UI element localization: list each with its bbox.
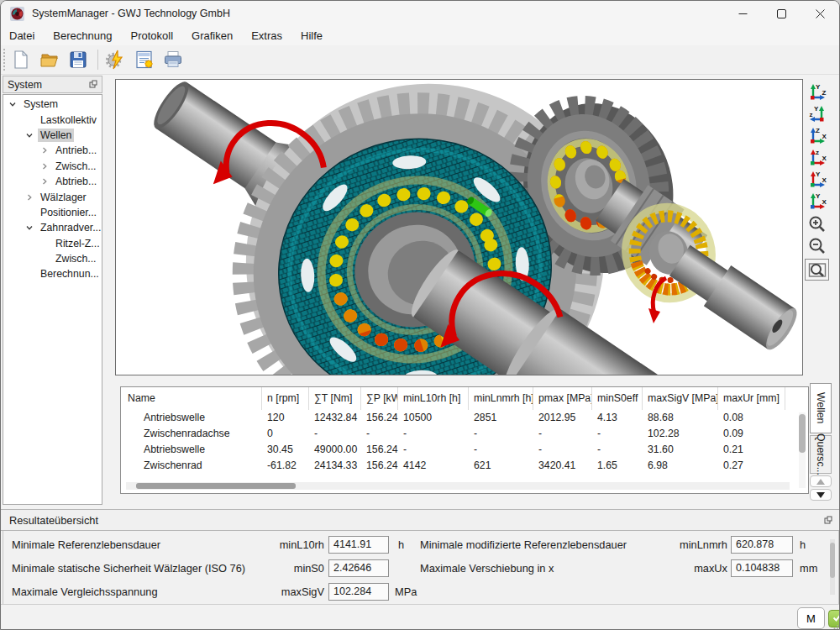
svg-text:Y: Y (814, 105, 819, 113)
tab-wellen[interactable]: Wellen (810, 383, 832, 433)
window-title: SystemManager - GWJ Technology GmbH (32, 8, 230, 19)
open-file-button[interactable] (38, 47, 63, 72)
chevron-right-icon[interactable] (24, 192, 35, 202)
col-power: ∑P [kW] (361, 387, 398, 410)
chevron-down-icon[interactable] (24, 130, 35, 140)
save-button[interactable] (66, 47, 92, 72)
table-horizontal-scrollbar[interactable] (126, 482, 790, 490)
table-row[interactable]: Abtriebswelle30.45 49000.00156.24 -- -- … (121, 442, 808, 458)
menu-grafiken[interactable]: Grafiken (182, 28, 242, 44)
maximize-button[interactable] (762, 1, 801, 26)
result-value-field[interactable]: 102.284 (328, 583, 389, 601)
generate-report-button[interactable] (133, 47, 158, 72)
sidebar-item-system[interactable]: System (3, 97, 102, 112)
toolbar-separator (97, 50, 98, 70)
zoom-in-icon[interactable] (805, 214, 829, 236)
view-left-button[interactable]: Y X (805, 169, 829, 191)
table-row[interactable]: Antriebswelle120 12432.84156.24 10500285… (121, 410, 808, 426)
result-unit: h (398, 538, 404, 551)
svg-text:Y: Y (816, 83, 821, 91)
resize-grip[interactable] (831, 621, 839, 629)
chevron-right-icon[interactable] (39, 161, 50, 171)
col-maxSigV: maxSigV [MPa] (643, 387, 718, 410)
status-bar: M (1, 604, 840, 630)
menu-extras[interactable]: Extras (242, 28, 291, 44)
result-label: Minimale Referenzlebensdauer (12, 538, 160, 551)
table-vertical-scrollbar[interactable] (799, 412, 806, 488)
zoom-out-icon[interactable] (805, 236, 829, 258)
sidebar-item-zahnradverbindungen[interactable]: Zahnradver... (3, 220, 102, 235)
col-minS0eff: minS0eff (592, 387, 643, 410)
table-row[interactable]: Zwischenrad-61.82 24134.33156.24 4142621… (121, 458, 808, 474)
chevron-right-icon[interactable] (39, 176, 50, 186)
table-row[interactable]: Zwischenradachse0 -- -- -- 102.280.09 (121, 426, 808, 442)
float-panel-icon[interactable] (89, 79, 97, 91)
menu-datei[interactable]: Datei (1, 28, 44, 44)
result-label: Maximale Verschiebung in x (420, 562, 554, 575)
result-unit: mm (800, 562, 817, 575)
result-value-field[interactable]: 4141.91 (328, 536, 389, 554)
result-symbol: minL10rh (252, 538, 324, 551)
system-panel-header: System (3, 76, 102, 93)
chevron-down-icon[interactable] (7, 99, 18, 109)
result-value-field[interactable]: 0.104838 (731, 559, 793, 577)
3d-viewport[interactable] (115, 79, 803, 375)
result-value-field[interactable]: 2.42646 (328, 559, 389, 577)
sidebar-item-wellen[interactable]: Wellen (3, 128, 102, 143)
sidebar-item-antriebswelle[interactable]: Antrieb... (3, 143, 102, 158)
sidebar-item-lastkollektiv[interactable]: Lastkollektiv (3, 112, 102, 127)
menu-hilfe[interactable]: Hilfe (291, 28, 332, 44)
title-bar: SystemManager - GWJ Technology GmbH (1, 1, 839, 26)
sidebar-item-zwischenrad[interactable]: Zwisch... (3, 251, 102, 266)
tab-scroll-up-icon[interactable] (810, 475, 832, 487)
svg-text:Z: Z (816, 127, 820, 134)
sidebar-item-ritzel-zahnrad[interactable]: Ritzel-Z... (3, 236, 102, 251)
float-panel-icon[interactable] (824, 514, 832, 527)
tab-querschnitte[interactable]: Quersc... (810, 435, 832, 474)
menu-berechnung[interactable]: Berechnung (44, 28, 121, 44)
sidebar-item-abtriebswelle[interactable]: Abtrieb... (3, 174, 102, 189)
menu-protokoll[interactable]: Protokoll (121, 28, 182, 44)
calculate-button[interactable] (104, 47, 129, 72)
view-back-button[interactable]: Y z (805, 103, 829, 125)
view-top-button[interactable]: Z X (805, 125, 829, 147)
new-document-button[interactable] (9, 47, 34, 72)
result-label: Maximale Vergleichsspannung (12, 585, 158, 598)
menu-bar: Datei Berechnung Protokoll Grafiken Extr… (1, 26, 839, 45)
view-right-button[interactable]: Y X (805, 191, 829, 213)
system-tree: System Lastkollektiv Wellen Antrieb... Z… (3, 94, 102, 505)
chevron-right-icon[interactable] (39, 145, 50, 155)
sidebar-item-berechnung[interactable]: Berechnun... (3, 266, 102, 281)
chevron-down-icon[interactable] (24, 223, 35, 233)
svg-text:Y: Y (816, 171, 821, 178)
svg-text:X: X (822, 198, 827, 206)
sidebar-item-positionierung[interactable]: Positionier... (3, 205, 102, 220)
result-symbol: maxSigV (252, 585, 324, 598)
results-overview-header: Resultateübersicht (1, 509, 840, 531)
app-window: SystemManager - GWJ Technology GmbH Date… (0, 0, 840, 630)
minimize-button[interactable] (723, 1, 762, 26)
results-overview-panel: Minimale Referenzlebensdauer minL10rh 41… (3, 531, 839, 604)
print-button[interactable] (161, 47, 186, 72)
view-front-button[interactable]: Y Z (805, 81, 829, 103)
col-name: Name (121, 387, 262, 410)
mode-button[interactable]: M (797, 607, 825, 629)
table-header-row: Name n [rpm] ∑T [Nm] ∑P [kW] minL10rh [h… (121, 387, 808, 410)
result-value-field[interactable]: 620.878 (731, 536, 793, 554)
view-bottom-button[interactable]: z X (805, 147, 829, 169)
close-button[interactable] (801, 1, 839, 26)
results-vertical-scrollbar[interactable] (830, 539, 835, 595)
sidebar-item-zwischenwelle[interactable]: Zwisch... (3, 159, 102, 174)
tab-scroll-down-icon[interactable] (810, 489, 832, 501)
results-overview-title: Resultateübersicht (9, 514, 824, 527)
result-label: Minimale statische Sicherheit Wälzlager … (12, 562, 245, 575)
svg-text:Z: Z (822, 89, 826, 97)
shaft-results-table: Name n [rpm] ∑T [Nm] ∑P [kW] minL10rh [h… (120, 386, 809, 494)
result-unit: h (800, 538, 806, 551)
col-minLnmrh: minLnmrh [h] (469, 387, 533, 410)
zoom-fit-icon[interactable] (805, 259, 829, 281)
sidebar-item-waelzlager[interactable]: Wälzlager (3, 189, 102, 204)
svg-text:X: X (822, 133, 827, 140)
toolbar-grip[interactable] (3, 49, 8, 71)
result-symbol: minS0 (252, 562, 324, 575)
